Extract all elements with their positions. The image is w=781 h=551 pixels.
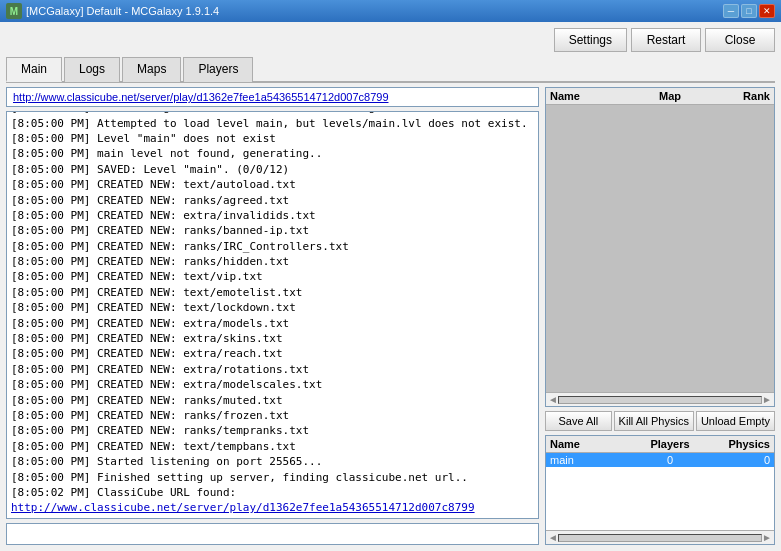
close-window-button[interactable]: ✕ (759, 4, 775, 18)
log-line: [8:05:00 PM] Level "main" does not exist (11, 131, 534, 146)
left-panel: http://www.classicube.net/server/play/d1… (6, 87, 539, 545)
log-line: [8:05:00 PM] CREATED NEW: text/emotelist… (11, 285, 534, 300)
log-line: [8:05:00 PM] main level not found, gener… (11, 146, 534, 161)
log-line: [8:05:00 PM] Started listening on port 2… (11, 454, 534, 469)
map-row[interactable]: main 0 0 (546, 453, 774, 467)
log-line: [8:05:00 PM] CREATED NEW: extra/reach.tx… (11, 346, 534, 361)
title-bar-buttons: ─ □ ✕ (723, 4, 775, 18)
players-col-rank: Rank (710, 90, 770, 102)
log-line: [8:05:00 PM] CREATED NEW: ranks/temprank… (11, 423, 534, 438)
app-icon: M (6, 3, 22, 19)
content-area: http://www.classicube.net/server/play/d1… (6, 87, 775, 545)
log-line: [8:05:00 PM] CREATED NEW: extra/skins.tx… (11, 331, 534, 346)
log-line: [8:05:00 PM] Attempted to load level mai… (11, 116, 534, 131)
tab-maps[interactable]: Maps (122, 57, 181, 82)
log-line: [8:05:00 PM] CREATED NEW: text/autoload.… (11, 177, 534, 192)
log-line: [8:05:00 PM] CREATED NEW: text/tempbans.… (11, 439, 534, 454)
log-line: [8:05:00 PM] CREATED NEW: extra/models.t… (11, 316, 534, 331)
log-line: [8:05:00 PM] CREATED NEW: extra/rotation… (11, 362, 534, 377)
tab-players[interactable]: Players (183, 57, 253, 82)
players-scrollbar[interactable]: ◄ ► (546, 392, 774, 406)
maps-col-physics: Physics (710, 438, 770, 450)
log-line: [8:05:02 PM] ClassiCube URL found: (11, 485, 534, 500)
maximize-button[interactable]: □ (741, 4, 757, 18)
title-bar: M [MCGalaxy] Default - MCGalaxy 1.9.1.4 … (0, 0, 781, 22)
log-line: [8:05:00 PM] CREATED NEW: ranks/banned-i… (11, 223, 534, 238)
map-players-cell: 0 (630, 454, 710, 466)
map-physics-cell: 0 (710, 454, 770, 466)
save-all-button[interactable]: Save All (545, 411, 612, 431)
settings-button[interactable]: Settings (554, 28, 627, 52)
players-table-header: Name Map Rank (546, 88, 774, 105)
maps-table: Name Players Physics main 0 0 ◄ ► (545, 435, 775, 545)
kill-all-physics-button[interactable]: Kill All Physics (614, 411, 694, 431)
players-table-body (546, 105, 774, 392)
right-panel: Name Map Rank ◄ ► Save All Kill All Phys… (545, 87, 775, 545)
url-bar[interactable]: http://www.classicube.net/server/play/d1… (6, 87, 539, 107)
restart-button[interactable]: Restart (631, 28, 701, 52)
log-line: [8:05:00 PM] Finished setting up server,… (11, 470, 534, 485)
tab-bar: Main Logs Maps Players (6, 56, 775, 83)
maps-table-header: Name Players Physics (546, 436, 774, 453)
tab-main[interactable]: Main (6, 57, 62, 82)
map-name-cell: main (550, 454, 630, 466)
log-line: [8:05:00 PM] CREATED NEW: extra/modelsca… (11, 377, 534, 392)
tab-logs[interactable]: Logs (64, 57, 120, 82)
title-bar-text: [MCGalaxy] Default - MCGalaxy 1.9.1.4 (26, 5, 723, 17)
log-line: [8:05:00 PM] CREATED NEW: text/lockdown.… (11, 300, 534, 315)
close-button[interactable]: Close (705, 28, 775, 52)
log-line: [8:05:00 PM] CREATED NEW: ranks/frozen.t… (11, 408, 534, 423)
players-col-map: Map (630, 90, 710, 102)
log-line: [8:05:00 PM] CREATED NEW: text/vip.txt (11, 269, 534, 284)
maps-col-players: Players (630, 438, 710, 450)
maps-scrollbar[interactable]: ◄ ► (546, 530, 774, 544)
action-buttons: Save All Kill All Physics Unload Empty (545, 411, 775, 431)
log-line: [8:05:00 PM] CREATED NEW: ranks/IRC_Cont… (11, 239, 534, 254)
log-area[interactable]: [8:04:59 PM] Economy properties don't ex… (7, 112, 538, 518)
unload-empty-button[interactable]: Unload Empty (696, 411, 775, 431)
minimize-button[interactable]: ─ (723, 4, 739, 18)
log-line: [8:05:00 PM] CREATED NEW: ranks/hidden.t… (11, 254, 534, 269)
log-line: [8:05:00 PM] CREATED NEW: ranks/muted.tx… (11, 393, 534, 408)
log-area-container: [8:04:59 PM] Economy properties don't ex… (6, 111, 539, 519)
players-scrollbar-track[interactable] (558, 396, 762, 404)
players-col-name: Name (550, 90, 630, 102)
log-line: [8:05:00 PM] SAVED: Level "main". (0/0/1… (11, 162, 534, 177)
maps-table-body: main 0 0 (546, 453, 774, 530)
maps-col-name: Name (550, 438, 630, 450)
maps-scrollbar-track[interactable] (558, 534, 762, 542)
log-line: [8:05:00 PM] CREATED NEW: ranks/agreed.t… (11, 193, 534, 208)
window-body: Settings Restart Close Main Logs Maps Pl… (0, 22, 781, 551)
command-input[interactable] (6, 523, 539, 545)
log-line[interactable]: http://www.classicube.net/server/play/d1… (11, 500, 534, 515)
players-table: Name Map Rank ◄ ► (545, 87, 775, 407)
toolbar: Settings Restart Close (6, 28, 775, 52)
log-line: [8:05:00 PM] CREATED NEW: extra/invalidi… (11, 208, 534, 223)
